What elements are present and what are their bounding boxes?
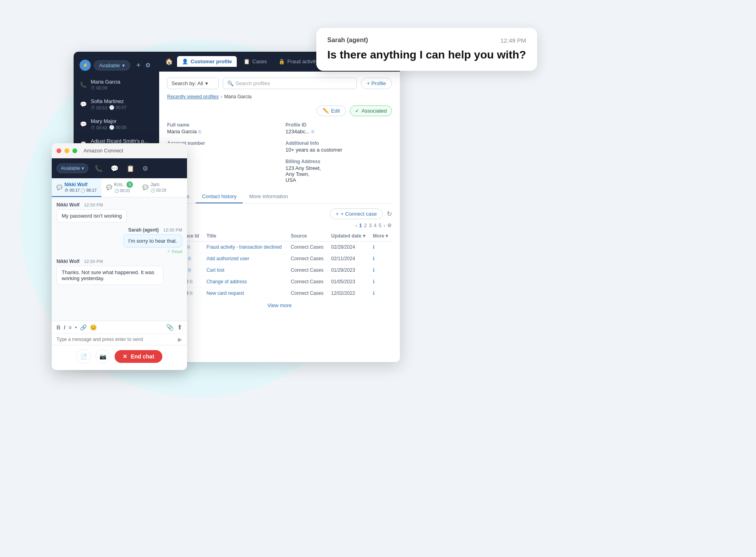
page-4[interactable]: 4 — [374, 222, 376, 228]
transcript-button[interactable]: 📄 — [76, 349, 91, 364]
chat-tool-icon[interactable]: 💬 — [109, 163, 120, 174]
contact-name: Sofia Martinez — [91, 98, 153, 104]
search-by-dropdown[interactable]: Search by: All ▾ — [167, 78, 219, 89]
tab-more-information[interactable]: More information — [243, 190, 294, 203]
case-title[interactable]: Add authorized user — [203, 253, 288, 265]
tab-fraud-icon: 🔒 — [279, 58, 285, 64]
sidebar-item-sofia-martinez[interactable]: 💬 Sofia Martinez ⏱ 00:53 🕐 00:07 — [74, 94, 159, 114]
copy-icon[interactable]: ⎘ — [312, 129, 314, 134]
crm-profile-content: Search by: All ▾ 🔍 Search profiles + Pro… — [159, 72, 400, 362]
table-row[interactable]: C34567 ⎘ Cart lost Connect Cases 01/29/2… — [167, 265, 392, 276]
refresh-icon[interactable]: ↻ — [387, 210, 392, 218]
additional-info-label: Additional Info — [286, 140, 392, 146]
bubble-agent-name: Sarah (agent) — [327, 37, 368, 44]
case-date: 02/28/2024 — [328, 241, 370, 253]
ordered-list-button[interactable]: ≡ — [68, 324, 72, 331]
case-more[interactable]: ℹ — [370, 288, 392, 299]
connect-case-button[interactable]: + + Connect case — [330, 208, 383, 219]
tasks-tool-icon[interactable]: 📋 — [125, 163, 136, 174]
table-row[interactable]: B23456 ⎘ Add authorized user Connect Cas… — [167, 253, 392, 265]
settings-tool-icon[interactable]: ⚙ — [141, 163, 150, 174]
chat-tab-kris[interactable]: 💬 Kris.. 9 🕐 00:03 — [101, 178, 138, 197]
case-title[interactable]: Cart lost — [203, 265, 288, 276]
ref-icon[interactable]: ⎘ — [188, 256, 191, 261]
copy-icon[interactable]: ⎘ — [199, 129, 201, 134]
chat-tab-nikki-wolf[interactable]: 💬 Nikki Wolf ⏱ 00:17 🕐 00:17 — [52, 178, 101, 197]
page-3[interactable]: 3 — [369, 222, 372, 228]
billing-address-field: Billing Address 123 Any Street, Any Town… — [286, 159, 392, 183]
contact-time2: 🕐 00:05 — [109, 125, 127, 130]
home-icon[interactable]: 🏠 — [163, 56, 175, 67]
phone-icon: 📞 — [80, 81, 87, 88]
case-source: Connect Cases — [288, 253, 328, 265]
connect-status-chevron: ▾ — [82, 166, 84, 171]
upload-icon[interactable]: ⬆ — [177, 323, 182, 331]
message-bubble: My password isn't working — [57, 209, 127, 222]
page-2[interactable]: 2 — [364, 222, 367, 228]
page-5[interactable]: 5 — [378, 222, 381, 228]
bold-button[interactable]: B — [57, 324, 60, 331]
case-title[interactable]: New card request — [203, 288, 288, 299]
unordered-list-button[interactable]: • — [75, 324, 77, 331]
sidebar-item-mary-major[interactable]: 💬 Mary Major ⏱ 00:42 🕐 00:05 — [74, 114, 159, 134]
case-more[interactable]: ℹ — [370, 253, 392, 265]
sidebar-item-maria-garcia[interactable]: 📞 Maria Garcia ⏱ 00:39 — [74, 75, 159, 94]
end-chat-button[interactable]: ✕ End chat — [115, 350, 162, 363]
phone-tool-icon[interactable]: 📞 — [93, 163, 104, 174]
crm-settings-icon[interactable]: ⚙ — [145, 62, 150, 69]
transcript-icon: 📄 — [80, 353, 87, 360]
chat-tab-icon2: 💬 — [106, 185, 112, 190]
additional-info-value: 10+ years as a customer — [286, 147, 392, 153]
tab-contact-history[interactable]: Contact history — [196, 190, 243, 203]
chat-tab-jam[interactable]: 💬 Jam 🕐 00:29 — [138, 178, 171, 197]
ref-icon[interactable]: ⎘ — [188, 267, 191, 273]
table-row[interactable]: 795296 ⎘ Fraud activity - transaction de… — [167, 241, 392, 253]
close-traffic-light[interactable] — [57, 148, 61, 153]
search-profiles-input[interactable]: 🔍 Search profiles — [223, 78, 357, 89]
tab-cases[interactable]: 📋 Cases — [239, 56, 272, 67]
ref-icon[interactable]: ⎘ — [190, 279, 193, 284]
send-icon[interactable]: ▶ — [178, 336, 182, 343]
tab-customer-profile-label: Customer profile — [191, 58, 232, 64]
tab-customer-profile[interactable]: 👤 Customer profile — [177, 56, 237, 67]
profile-id-field: Profile ID 1234abc... ⎘ — [286, 122, 392, 134]
link-button[interactable]: 🔗 — [80, 324, 87, 331]
pagination: ‹ 1 2 3 4 5 › ⚙ — [167, 222, 392, 228]
section-tabs: Orders Contact history More information — [167, 190, 392, 204]
add-profile-button[interactable]: + Profile — [361, 78, 392, 89]
edit-button[interactable]: ✏️ Edit — [317, 105, 346, 116]
end-chat-label: End chat — [131, 353, 154, 360]
contact-time: ⏱ 00:39 — [91, 86, 107, 90]
col-source: Source — [288, 231, 328, 241]
crm-add-button[interactable]: + — [136, 61, 141, 70]
page-1[interactable]: 1 — [359, 222, 362, 228]
table-row[interactable]: XYYY10 ⎘ Change of address Connect Cases… — [167, 276, 392, 288]
italic-button[interactable]: I — [64, 324, 65, 331]
maximize-traffic-light[interactable] — [72, 148, 77, 153]
view-more-link[interactable]: View more — [167, 299, 392, 312]
video-icon: 📷 — [99, 353, 106, 360]
bubble-message: Is there anything I can help you with? — [327, 48, 526, 62]
table-row[interactable]: EDD589 ⎘ New card request Connect Cases … — [167, 288, 392, 299]
case-title[interactable]: Change of address — [203, 276, 288, 288]
ref-icon[interactable]: ⎘ — [187, 244, 190, 250]
prev-page[interactable]: ‹ — [355, 222, 357, 228]
contact-name: Maria Garcia — [91, 79, 153, 85]
connect-status-button[interactable]: Available ▾ — [57, 164, 88, 173]
emoji-button[interactable]: 😊 — [90, 324, 97, 331]
ref-icon[interactable]: ⎘ — [190, 290, 193, 296]
pagination-settings[interactable]: ⚙ — [387, 222, 392, 228]
chat-text-input[interactable] — [57, 337, 175, 342]
video-button[interactable]: 📷 — [95, 349, 110, 364]
crm-status-button[interactable]: Available ▾ — [94, 60, 130, 70]
case-more[interactable]: ℹ — [370, 276, 392, 288]
case-more[interactable]: ℹ — [370, 265, 392, 276]
breadcrumb-link[interactable]: Recently viewed profiles — [167, 94, 218, 99]
case-more[interactable]: ℹ — [370, 241, 392, 253]
next-page[interactable]: › — [384, 222, 385, 228]
check-icon: ✓ — [355, 108, 359, 114]
minimize-traffic-light[interactable] — [64, 148, 69, 153]
attachment-icon[interactable]: 📎 — [166, 323, 174, 331]
chat-tab-icon: 💬 — [57, 185, 62, 190]
case-title[interactable]: Fraud activity - transaction declined — [203, 241, 288, 253]
